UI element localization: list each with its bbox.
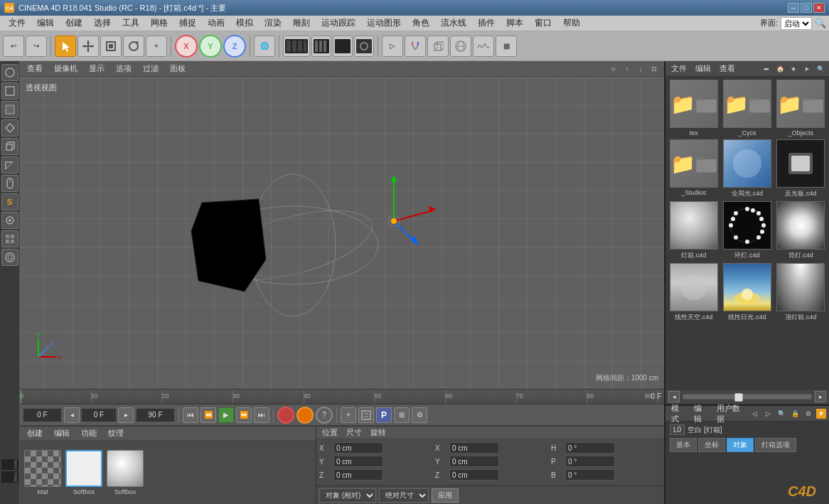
vp-icon-2[interactable]: ↑ bbox=[621, 63, 633, 75]
tool-button[interactable]: + bbox=[146, 36, 167, 57]
frame-next-button[interactable]: ▸ bbox=[118, 407, 134, 423]
obj-icon-search[interactable]: 🔍 bbox=[776, 408, 787, 419]
sidebar-top[interactable] bbox=[1, 101, 18, 118]
record-all-button[interactable] bbox=[296, 407, 314, 424]
asset-spotlight[interactable]: 筒灯.c4d bbox=[776, 201, 826, 260]
sidebar-perspective[interactable] bbox=[1, 64, 18, 81]
vp-menu-camera[interactable]: 摄像机 bbox=[51, 63, 80, 75]
vp-menu-options[interactable]: 选项 bbox=[113, 63, 134, 75]
rotate-button[interactable] bbox=[123, 36, 144, 57]
menu-character[interactable]: 角色 bbox=[407, 16, 435, 31]
rot-p-field[interactable] bbox=[565, 456, 615, 467]
size-y-field[interactable] bbox=[449, 456, 499, 467]
menu-script[interactable]: 脚本 bbox=[501, 16, 529, 31]
current-frame-field[interactable] bbox=[23, 408, 62, 422]
menu-tools[interactable]: 工具 bbox=[117, 16, 145, 31]
mat-function[interactable]: 功能 bbox=[78, 427, 100, 439]
globe-button[interactable]: 🌐 bbox=[254, 36, 275, 57]
pos-z-field[interactable] bbox=[333, 469, 383, 481]
maximize-button[interactable]: □ bbox=[801, 3, 812, 13]
menu-mograph[interactable]: 运动图形 bbox=[361, 16, 407, 31]
obj-icon-settings[interactable]: ⚙ bbox=[803, 408, 814, 419]
menu-mesh[interactable]: 网格 bbox=[145, 16, 173, 31]
rot-b-field[interactable] bbox=[565, 469, 615, 481]
size-z-field[interactable] bbox=[449, 469, 499, 481]
play-forward-button[interactable]: ⏩ bbox=[236, 407, 252, 423]
jump-end-button[interactable]: ⏭ bbox=[254, 407, 269, 423]
obj-userdata[interactable]: 用户数据 bbox=[714, 402, 745, 425]
sidebar-corner[interactable] bbox=[1, 156, 18, 173]
asset-cycs[interactable]: _Cycs bbox=[722, 80, 772, 136]
sidebar-arrows[interactable] bbox=[1, 119, 18, 136]
mat-edit[interactable]: 编辑 bbox=[51, 427, 73, 439]
timeline-bar[interactable]: 0 10 20 30 40 50 60 70 80 90 bbox=[20, 390, 664, 404]
jump-start-button[interactable]: ⏮ bbox=[183, 407, 198, 423]
tab-object[interactable]: 对象 bbox=[727, 438, 754, 452]
record-button[interactable] bbox=[277, 407, 294, 424]
tab-basic[interactable]: 基本 bbox=[670, 438, 697, 452]
goto-frame-field[interactable] bbox=[81, 408, 117, 422]
obj-edit[interactable]: 编辑 bbox=[691, 402, 710, 425]
add-keyframe-button[interactable]: + bbox=[341, 407, 356, 423]
vp-menu-panel[interactable]: 面板 bbox=[167, 63, 188, 75]
vp-menu-display[interactable]: 显示 bbox=[86, 63, 107, 75]
coord-mode-select[interactable]: 对象 (相对) bbox=[319, 488, 376, 503]
search-icon[interactable]: 🔍 bbox=[815, 18, 826, 28]
asset-global-light[interactable]: 全局光.c4d bbox=[722, 139, 772, 198]
pos-y-field[interactable] bbox=[333, 456, 383, 467]
sidebar-ortho[interactable] bbox=[1, 82, 18, 100]
obj-icon-2[interactable]: ▷ bbox=[762, 408, 774, 419]
tb-arrow-button[interactable]: ▷ bbox=[382, 36, 403, 57]
menu-window[interactable]: 窗口 bbox=[529, 16, 557, 31]
size-x-field[interactable] bbox=[449, 442, 499, 454]
end-frame-field[interactable] bbox=[136, 408, 175, 422]
rot-h-field[interactable] bbox=[565, 442, 615, 454]
menu-create[interactable]: 创建 bbox=[60, 16, 88, 31]
minimize-button[interactable]: ─ bbox=[788, 3, 799, 13]
slider-track[interactable] bbox=[683, 394, 812, 400]
menu-edit[interactable]: 编辑 bbox=[31, 16, 60, 31]
menu-pipeline[interactable]: 流水线 bbox=[435, 16, 472, 31]
slider-right-icon[interactable]: ▸ bbox=[815, 391, 826, 402]
pos-x-field[interactable] bbox=[333, 442, 383, 454]
auto-key-button[interactable]: ? bbox=[316, 407, 333, 424]
rb-view[interactable]: 查看 bbox=[717, 63, 738, 75]
asset-ring-light[interactable]: 环灯.c4d bbox=[722, 201, 772, 260]
rb-icon-home[interactable]: 🏠 bbox=[774, 63, 786, 75]
axis-x-button[interactable]: X bbox=[175, 35, 198, 58]
close-button[interactable]: ✕ bbox=[813, 3, 825, 13]
menu-render[interactable]: 渲染 bbox=[259, 16, 287, 31]
frame-prev-button[interactable]: ◂ bbox=[64, 407, 80, 423]
rb-edit[interactable]: 编辑 bbox=[692, 63, 714, 75]
sidebar-box[interactable] bbox=[1, 138, 18, 155]
vp-menu-view[interactable]: 查看 bbox=[24, 63, 46, 75]
timeline[interactable]: 0 10 20 30 40 50 60 70 80 90 0 F bbox=[20, 389, 664, 404]
menu-simulate[interactable]: 模拟 bbox=[230, 16, 259, 31]
grid-button-2[interactable]: ⊞ bbox=[394, 407, 410, 423]
asset-top-lightbox[interactable]: 顶灯箱.c4d bbox=[776, 263, 826, 322]
tb-wave-button[interactable] bbox=[473, 36, 494, 57]
unit-mode-select[interactable]: 绝对尺寸 bbox=[379, 488, 429, 503]
move-button[interactable] bbox=[77, 36, 99, 57]
menu-plugin[interactable]: 插件 bbox=[472, 16, 501, 31]
film-3-button[interactable] bbox=[333, 36, 353, 57]
sidebar-mouse[interactable] bbox=[1, 175, 18, 192]
mat-item-softbox2[interactable]: Softbox bbox=[107, 450, 144, 495]
film-1-button[interactable] bbox=[283, 36, 310, 57]
sidebar-grid[interactable] bbox=[1, 230, 18, 247]
menu-select[interactable]: 选择 bbox=[88, 16, 117, 31]
tb-more-button[interactable]: ▦ bbox=[496, 36, 517, 57]
rb-icon-bookmark[interactable]: ★ bbox=[788, 63, 799, 75]
vp-icon-4[interactable]: ⊡ bbox=[648, 63, 660, 75]
play-back-button[interactable]: ⏪ bbox=[200, 407, 216, 423]
vp-icon-3[interactable]: ↓ bbox=[635, 63, 646, 75]
asset-tex[interactable]: tex bbox=[668, 80, 719, 136]
obj-icon-1[interactable]: ◁ bbox=[749, 408, 760, 419]
apply-button[interactable]: 应用 bbox=[432, 488, 459, 503]
menu-animate[interactable]: 动画 bbox=[202, 16, 230, 31]
tb-cube-button[interactable] bbox=[427, 36, 449, 57]
obj-mode[interactable]: 模式 bbox=[668, 402, 687, 425]
play-button[interactable]: ▶ bbox=[218, 407, 234, 423]
tb-sphere-button[interactable] bbox=[450, 36, 471, 57]
slider-left-icon[interactable]: ◂ bbox=[668, 391, 680, 402]
